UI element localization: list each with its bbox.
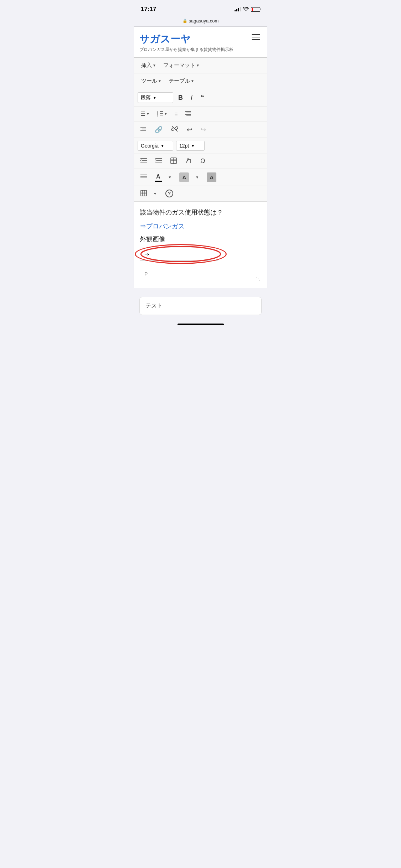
undo-icon: ↩ <box>187 126 192 134</box>
help-icon: ? <box>165 190 173 197</box>
link-button[interactable]: 🔗 <box>152 124 165 135</box>
indent-button[interactable] <box>138 125 149 134</box>
highlight-color-icon: A <box>179 172 189 182</box>
toolbar-row-font: Georgia ▼ 12pt ▼ <box>134 138 267 154</box>
insert-menu-button[interactable]: 挿入 ▼ <box>138 61 159 70</box>
align-right-icon <box>185 111 191 117</box>
toolbar-row-insert-format: 挿入 ▼ フォーマット ▼ <box>134 58 267 73</box>
help-button[interactable]: ? <box>163 188 176 199</box>
battery-icon <box>251 7 260 12</box>
p-text-area[interactable]: P ⋱ <box>140 268 261 282</box>
omega-icon: Ω <box>200 157 205 165</box>
indent-icon <box>140 126 146 133</box>
format-menu-button[interactable]: フォーマット ▼ <box>160 61 202 70</box>
insert-dropdown-arrow: ▼ <box>153 63 156 67</box>
hamburger-line-1 <box>252 34 260 35</box>
resize-handle[interactable]: ⋱ <box>256 276 260 281</box>
svg-text:3: 3 <box>157 115 158 117</box>
outdent-button[interactable] <box>138 156 150 166</box>
insert-table-button[interactable] <box>168 156 180 166</box>
blockquote-button[interactable]: ❝ <box>197 92 207 103</box>
ordered-list-button[interactable]: 1 2 3 ▼ <box>154 109 170 119</box>
signal-icon <box>235 7 241 11</box>
table-dropdown[interactable]: ▼ <box>150 190 160 197</box>
site-info: サガスーヤ プロパンガス屋から提案が集まる賃貸物件掲示板 <box>139 32 233 53</box>
paragraph-arrow: ▼ <box>153 96 156 100</box>
tool-dropdown-arrow: ▼ <box>158 79 161 83</box>
bold-button[interactable]: B <box>175 93 186 103</box>
italic-button[interactable]: I <box>188 93 195 103</box>
table-arrow: ▼ <box>153 192 157 196</box>
test-button[interactable]: テスト <box>139 297 262 315</box>
horizontal-rule-button[interactable] <box>138 173 150 182</box>
home-indicator <box>134 321 267 327</box>
propane-gas-link[interactable]: ⇒プロパンガス <box>140 222 261 231</box>
wifi-icon <box>243 6 249 12</box>
toolbar-row-tool-table: ツール ▼ テーブル ▼ <box>134 73 267 89</box>
redo-button[interactable]: ↪ <box>198 124 209 135</box>
toolbar-row-paragraph: 段落 ▼ B I ❝ <box>134 89 267 107</box>
unordered-list-button[interactable]: ☰ ▼ <box>138 109 153 119</box>
font-family-select[interactable]: Georgia ▼ <box>138 141 173 151</box>
table-menu-button[interactable]: テーブル ▼ <box>166 76 197 86</box>
exterior-image-heading: 外観画像 <box>140 235 261 243</box>
toolbar-row-color: A ▼ A ▼ A <box>134 169 267 186</box>
insert-table-icon <box>170 157 177 165</box>
paragraph-label: 段落 <box>141 94 151 101</box>
hamburger-menu-button[interactable] <box>250 32 262 42</box>
tool-menu-button[interactable]: ツール ▼ <box>138 76 164 86</box>
font-size-select[interactable]: 12pt ▼ <box>176 141 205 151</box>
font-dropdown-arrow: ▼ <box>161 144 164 148</box>
site-header: サガスーヤ プロパンガス屋から提案が集まる賃貸物件掲示板 <box>134 27 267 57</box>
status-icons <box>235 6 260 12</box>
site-subtitle: プロパンガス屋から提案が集まる賃貸物件掲示板 <box>139 47 233 53</box>
arrow-input-field[interactable]: ⇒ <box>140 248 218 261</box>
arrow-symbol: ⇒ <box>144 251 149 258</box>
indent2-icon <box>155 158 162 165</box>
toolbar-row-indent-link: 🔗 ↩ ↪ <box>134 122 267 138</box>
unlink-button[interactable] <box>168 124 181 135</box>
hamburger-line-3 <box>252 39 260 40</box>
status-time: 17:17 <box>141 6 156 13</box>
highlight-color-arrow: ▼ <box>195 175 199 179</box>
table-dropdown-arrow: ▼ <box>191 79 194 83</box>
unlink-icon <box>171 125 178 134</box>
highlight-color-button[interactable]: A <box>176 171 192 184</box>
unordered-list-icon: ☰ <box>140 110 145 117</box>
address-bar: 🔒 sagasuya.com <box>134 16 267 27</box>
align-center-button[interactable]: ≡ <box>172 109 181 118</box>
toolbar: 挿入 ▼ フォーマット ▼ ツール ▼ テーブル ▼ 段落 ▼ <box>134 58 267 201</box>
editor-content[interactable]: 該当物件のガス使用状態は？ ⇒プロパンガス 外観画像 ⇒ P ⋱ <box>134 201 267 288</box>
gas-status-text: 該当物件のガス使用状態は？ <box>140 207 261 218</box>
format-dropdown-arrow: ▼ <box>196 63 200 67</box>
ordered-list-icon: 1 2 3 <box>157 110 163 118</box>
toolbar-row-special: Ω <box>134 154 267 169</box>
clear-format-icon: A <box>207 172 216 182</box>
toolbar-row-lists: ☰ ▼ 1 2 3 ▼ ≡ <box>134 107 267 122</box>
redo-icon: ↪ <box>201 126 206 134</box>
omega-button[interactable]: Ω <box>197 156 208 166</box>
url-text: sagasuya.com <box>189 18 219 24</box>
clear-format-button[interactable]: A <box>204 171 219 184</box>
eraser-icon <box>185 158 192 165</box>
align-center-icon: ≡ <box>175 111 178 117</box>
table-insert-button[interactable] <box>138 188 150 199</box>
outdent-icon <box>140 158 147 165</box>
lock-icon: 🔒 <box>182 19 187 23</box>
p-label: P <box>144 271 148 277</box>
text-color-icon: A <box>155 173 162 182</box>
text-color-dropdown[interactable]: ▼ <box>165 174 175 181</box>
table-insert-icon <box>140 190 147 197</box>
undo-button[interactable]: ↩ <box>184 124 195 135</box>
paragraph-style-select[interactable]: 段落 ▼ <box>138 92 173 103</box>
font-size-label: 12pt <box>179 143 189 149</box>
text-color-container: A ▼ <box>152 171 174 183</box>
eraser-button[interactable] <box>182 156 195 166</box>
home-bar <box>178 324 224 325</box>
text-color-button[interactable]: A <box>152 171 165 183</box>
text-color-arrow: ▼ <box>168 175 172 179</box>
horizontal-rule-icon <box>140 174 147 180</box>
highlight-color-dropdown[interactable]: ▼ <box>192 174 202 181</box>
align-right-button[interactable] <box>182 109 194 118</box>
indent2-button[interactable] <box>153 156 165 166</box>
